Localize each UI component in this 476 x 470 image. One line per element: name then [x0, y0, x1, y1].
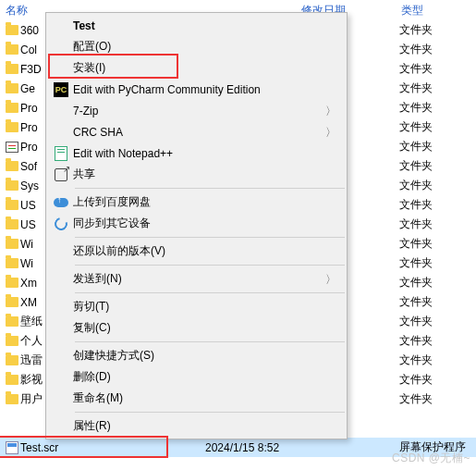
- program-folder-icon: [6, 142, 18, 153]
- file-type: 文件夹: [362, 42, 476, 57]
- menu-label: 配置(O): [73, 39, 323, 55]
- menu-label: 删除(D): [73, 369, 323, 385]
- folder-icon: [6, 161, 18, 171]
- folder-icon: [6, 64, 18, 74]
- menu-separator: [75, 237, 345, 238]
- file-type: 文件夹: [362, 139, 476, 155]
- file-type: 文件夹: [362, 80, 476, 96]
- menu-label: 安装(I): [73, 60, 323, 76]
- menu-label: 还原以前的版本(V): [73, 243, 323, 259]
- file-type: 文件夹: [362, 294, 476, 310]
- menu-separator: [75, 292, 345, 293]
- file-type: 文件夹: [362, 61, 476, 77]
- menu-separator: [75, 265, 345, 266]
- notepadpp-icon: [55, 146, 67, 161]
- menu-label: Edit with PyCharm Community Edition: [73, 83, 323, 96]
- chevron-right-icon: 〉: [325, 271, 336, 287]
- menu-label: 上传到百度网盘: [73, 194, 323, 210]
- menu-item-notepadpp[interactable]: Edit with Notepad++: [47, 142, 346, 164]
- menu-item-pycharm[interactable]: PCEdit with PyCharm Community Edition: [47, 79, 346, 100]
- folder-icon: [6, 297, 18, 307]
- menu-item-properties[interactable]: 属性(R): [47, 415, 346, 437]
- file-type: 文件夹: [362, 314, 476, 329]
- menu-label: 共享: [73, 167, 323, 182]
- file-type: 文件夹: [362, 333, 476, 349]
- menu-item-baidu-upload[interactable]: 上传到百度网盘: [47, 192, 346, 213]
- pycharm-icon: PC: [54, 82, 68, 97]
- folder-icon: [6, 44, 18, 55]
- folder-icon: [6, 219, 18, 229]
- file-type: 文件夹: [362, 22, 476, 38]
- menu-item-cut[interactable]: 剪切(T): [47, 296, 346, 317]
- menu-item-share[interactable]: 共享: [47, 164, 346, 185]
- file-type: 文件夹: [362, 391, 476, 407]
- file-date: 2024/1/15 8:52: [150, 441, 362, 454]
- share-icon: [55, 168, 67, 181]
- menu-item-delete[interactable]: 删除(D): [47, 366, 346, 388]
- folder-icon: [6, 316, 18, 327]
- menu-label: 创建快捷方式(S): [73, 348, 323, 364]
- screensaver-icon: [6, 441, 18, 454]
- file-type: 文件夹: [362, 216, 476, 232]
- file-type: 文件夹: [362, 119, 476, 135]
- menu-label: Test: [73, 19, 323, 32]
- menu-separator: [75, 412, 345, 413]
- file-type: 文件夹: [362, 158, 476, 174]
- folder-icon: [6, 25, 18, 35]
- folder-icon: [6, 103, 18, 113]
- menu-item-install[interactable]: 安装(I): [47, 57, 346, 79]
- folder-icon: [6, 239, 18, 249]
- sync-icon: [52, 215, 69, 232]
- menu-label: 属性(R): [73, 418, 323, 434]
- menu-item-sendto[interactable]: 发送到(N)〉: [47, 268, 346, 290]
- menu-label: 剪切(T): [73, 299, 323, 315]
- folder-icon: [6, 278, 18, 288]
- menu-item-7zip[interactable]: 7-Zip〉: [47, 100, 346, 121]
- menu-label: 同步到其它设备: [73, 216, 323, 231]
- file-type: 文件夹: [362, 100, 476, 116]
- folder-icon: [6, 355, 18, 365]
- column-header-type[interactable]: 类型: [364, 3, 476, 19]
- context-menu: Test 配置(O) 安装(I) PCEdit with PyCharm Com…: [45, 12, 348, 439]
- menu-item-crcsha[interactable]: CRC SHA〉: [47, 121, 346, 142]
- menu-item-restore[interactable]: 还原以前的版本(V): [47, 241, 346, 262]
- folder-icon: [6, 83, 18, 93]
- file-type: 文件夹: [362, 255, 476, 271]
- cloud-upload-icon: [54, 198, 68, 207]
- menu-separator: [75, 341, 345, 342]
- chevron-right-icon: 〉: [325, 103, 336, 118]
- chevron-right-icon: 〉: [325, 124, 336, 140]
- file-type: 文件夹: [362, 197, 476, 213]
- folder-icon: [6, 336, 18, 346]
- menu-item-configure[interactable]: 配置(O): [47, 36, 346, 57]
- menu-label: 重命名(M): [73, 390, 323, 406]
- watermark: CSDN @无楠~: [392, 451, 470, 466]
- menu-separator: [75, 188, 345, 189]
- file-type: 文件夹: [362, 352, 476, 368]
- file-name: Test.scr: [20, 441, 150, 454]
- menu-label: 发送到(N): [73, 271, 323, 287]
- folder-icon: [6, 122, 18, 132]
- folder-icon: [6, 375, 18, 385]
- menu-item-copy[interactable]: 复制(C): [47, 317, 346, 339]
- menu-item-rename[interactable]: 重命名(M): [47, 388, 346, 409]
- menu-item-test[interactable]: Test: [47, 15, 346, 36]
- menu-label: 复制(C): [73, 320, 323, 336]
- folder-icon: [6, 180, 18, 191]
- file-type: 文件夹: [362, 372, 476, 388]
- menu-label: CRC SHA: [73, 126, 323, 139]
- file-type: 文件夹: [362, 178, 476, 193]
- file-type: 文件夹: [362, 275, 476, 291]
- folder-icon: [6, 258, 18, 268]
- menu-item-baidu-sync[interactable]: 同步到其它设备: [47, 213, 346, 234]
- folder-icon: [6, 394, 18, 404]
- file-type: 文件夹: [362, 236, 476, 252]
- menu-item-shortcut[interactable]: 创建快捷方式(S): [47, 345, 346, 366]
- menu-label: Edit with Notepad++: [73, 147, 323, 160]
- folder-icon: [6, 200, 18, 210]
- menu-label: 7-Zip: [73, 105, 323, 118]
